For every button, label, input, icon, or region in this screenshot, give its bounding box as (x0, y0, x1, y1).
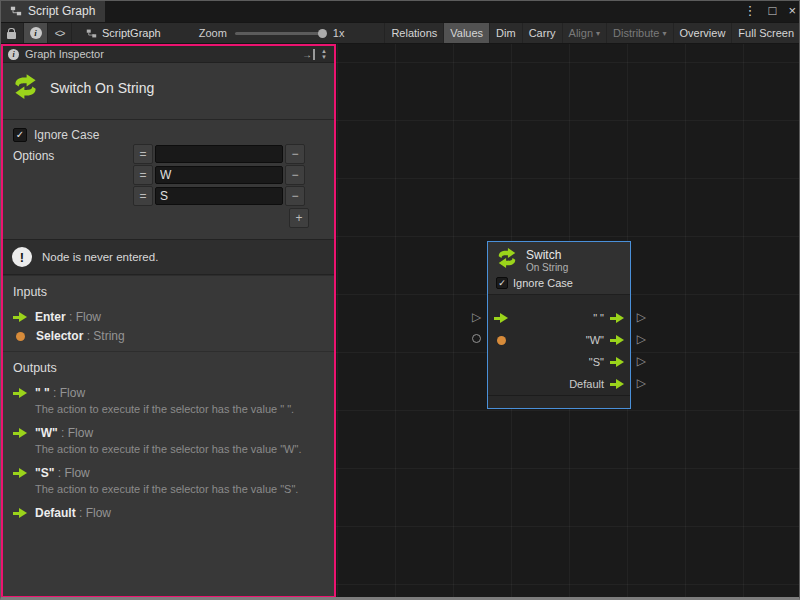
tab-script-graph[interactable]: Script Graph (0, 0, 105, 22)
external-output-port[interactable]: ▷ (637, 354, 646, 368)
output-port-icon[interactable] (610, 357, 624, 367)
switch-icon (496, 247, 518, 273)
remove-option-button[interactable]: − (285, 144, 305, 164)
window-controls: ⋮ □ × (744, 0, 796, 22)
zoom-slider-handle[interactable] (318, 29, 327, 38)
lock-button[interactable] (0, 23, 24, 43)
external-input-flow-port[interactable]: ▷ (472, 310, 481, 324)
values-button[interactable]: Values (443, 23, 489, 43)
warning-icon: ! (12, 247, 32, 267)
dock-icon[interactable]: → (302, 49, 315, 60)
port-type: : Flow (58, 426, 93, 440)
inspector-toggle-button[interactable]: i (24, 23, 48, 43)
port-type: : Flow (54, 466, 89, 480)
options-label: Options (13, 149, 54, 163)
output-port-label: " " (593, 312, 604, 324)
external-output-port[interactable]: ▷ (637, 376, 646, 390)
graph-icon (10, 5, 22, 17)
panel-scroller: ▲ ▼ (321, 48, 327, 60)
input-port-row: Selector : String (3, 326, 334, 345)
dim-button[interactable]: Dim (489, 23, 522, 43)
overview-button[interactable]: Overview (673, 23, 732, 43)
enter-port-icon[interactable] (494, 313, 508, 323)
port-name: "S" (35, 466, 54, 480)
output-port-icon[interactable] (610, 335, 624, 345)
output-port-row: "S" : Flow (3, 463, 334, 482)
ignore-case-row[interactable]: ✓ Ignore Case (13, 128, 99, 142)
align-button[interactable]: Align ▾ (562, 23, 606, 43)
info-icon: i (30, 27, 42, 39)
remove-option-button[interactable]: − (285, 186, 305, 206)
graph-inspector-panel: i Graph Inspector → ▲ ▼ Switch On String… (1, 44, 336, 598)
node-body: " " "W" "S" Default (488, 295, 630, 395)
node-port-row: " " (488, 307, 630, 329)
node-ignore-case-checkbox[interactable]: ✓ (496, 277, 508, 289)
breadcrumb-label: ScriptGraph (102, 27, 161, 39)
node-header: Switch On String ✓ Ignore Case (488, 242, 630, 295)
window-maximize-button[interactable]: □ (769, 0, 777, 22)
check-icon: ✓ (498, 279, 506, 288)
ignore-case-checkbox[interactable]: ✓ (13, 128, 27, 142)
external-input-value-port[interactable] (472, 334, 481, 343)
output-port-icon[interactable] (610, 379, 624, 389)
drag-handle[interactable]: = (133, 144, 153, 164)
toolbar-button-group: Relations Values Dim Carry Align ▾ Distr… (384, 23, 800, 43)
port-type: : Flow (76, 506, 111, 520)
port-type: : Flow (50, 386, 85, 400)
flow-port-icon (13, 508, 27, 518)
option-value-input[interactable] (155, 187, 283, 205)
flow-port-icon (13, 468, 27, 478)
option-value-input[interactable] (155, 145, 283, 163)
inspector-node-title-row: Switch On String (3, 63, 334, 119)
external-output-port[interactable]: ▷ (637, 332, 646, 346)
option-value-input[interactable] (155, 166, 283, 184)
ignore-case-label: Ignore Case (34, 128, 99, 142)
check-icon: ✓ (16, 130, 24, 140)
window-titlebar: Script Graph ⋮ □ × (0, 0, 800, 22)
inspector-node-title: Switch On String (50, 80, 154, 96)
output-port-icon[interactable] (610, 313, 624, 323)
external-output-port[interactable]: ▷ (637, 310, 646, 324)
options-list: = − = − = − + (133, 144, 309, 228)
drag-handle[interactable]: = (133, 165, 153, 185)
option-row: = − (133, 165, 309, 185)
selector-port-icon[interactable] (497, 336, 506, 345)
window-close-button[interactable]: × (788, 0, 796, 22)
code-view-button[interactable]: <> (48, 23, 72, 43)
window-menu-button[interactable]: ⋮ (744, 0, 757, 22)
add-option-button[interactable]: + (289, 208, 309, 228)
breadcrumb[interactable]: ScriptGraph (86, 27, 161, 39)
distribute-label: Distribute (613, 27, 659, 39)
inputs-section-title: Inputs (3, 283, 334, 307)
node-ignore-case-row[interactable]: ✓ Ignore Case (496, 277, 622, 289)
tab-label: Script Graph (28, 4, 95, 18)
output-port-label: "W" (586, 334, 604, 346)
relations-button[interactable]: Relations (384, 23, 443, 43)
node-port-row: "S" (488, 351, 630, 373)
flow-port-icon (13, 428, 27, 438)
script-graph-icon (86, 28, 97, 39)
drag-handle[interactable]: = (133, 186, 153, 206)
full-screen-button[interactable]: Full Screen (731, 23, 800, 43)
switch-icon (12, 73, 39, 103)
outputs-section: Outputs " " : Flow The action to execute… (3, 351, 334, 528)
port-name: "W" (35, 426, 58, 440)
output-port-label: Default (569, 378, 604, 390)
switch-on-string-node[interactable]: Switch On String ✓ Ignore Case " " (487, 241, 631, 409)
scroll-down-icon[interactable]: ▼ (321, 54, 327, 60)
info-icon: i (8, 49, 19, 60)
output-port-row: Default : Flow (3, 503, 334, 522)
distribute-button[interactable]: Distribute ▾ (606, 23, 672, 43)
port-description: The action to execute if the selector ha… (3, 402, 334, 423)
port-name: Default (35, 506, 76, 520)
port-name: Selector (36, 329, 83, 343)
chevron-down-icon: ▾ (663, 29, 667, 38)
option-row: = − (133, 144, 309, 164)
inspector-header: i Graph Inspector → ▲ ▼ (3, 46, 334, 63)
warning-banner: ! Node is never entered. (3, 239, 334, 275)
port-description: The action to execute if the selector ha… (3, 442, 334, 463)
node-port-row: "W" (488, 329, 630, 351)
zoom-slider[interactable] (235, 32, 325, 35)
remove-option-button[interactable]: − (285, 165, 305, 185)
carry-button[interactable]: Carry (522, 23, 562, 43)
